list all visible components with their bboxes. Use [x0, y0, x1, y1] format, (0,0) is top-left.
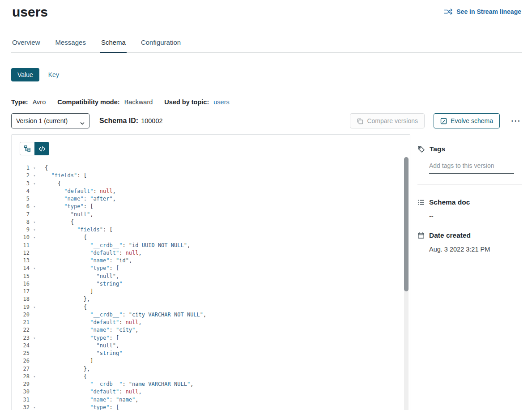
schema-doc-section: Schema doc --	[417, 198, 522, 220]
tree-view-button[interactable]	[20, 142, 34, 155]
date-created-section: Date created Aug. 3 2022 3:21 PM	[417, 231, 522, 253]
tab-messages[interactable]: Messages	[55, 38, 87, 52]
collapse-arrow-icon[interactable]: ▾	[30, 234, 37, 241]
code-view-button[interactable]	[34, 142, 49, 155]
scrollbar-thumb[interactable]	[404, 157, 409, 291]
code-line: 9▾ "fields": [	[12, 226, 410, 234]
tags-section: Tags	[417, 145, 522, 174]
tab-configuration[interactable]: Configuration	[140, 38, 182, 52]
sidebar-divider	[417, 184, 522, 185]
tree-view-icon	[24, 145, 31, 152]
key-toggle-button[interactable]: Key	[44, 68, 64, 81]
code-text: "type": [	[37, 334, 119, 342]
code-text: "string"	[37, 350, 122, 357]
code-text: "default": null,	[37, 188, 116, 195]
code-text: {	[37, 373, 87, 380]
code-text: "__crdb__": "city VARCHAR NOT NULL",	[37, 311, 206, 319]
collapse-arrow-icon[interactable]: ▾	[30, 303, 37, 311]
collapse-arrow-icon[interactable]: ▾	[30, 334, 37, 342]
collapse-arrow-icon[interactable]: ▾	[30, 203, 37, 210]
code-line: 23▾ "type": [	[12, 334, 410, 342]
date-created-header: Date created	[417, 231, 522, 239]
line-number: 18	[12, 295, 30, 303]
code-text: },	[37, 365, 90, 373]
code-line: 12 "default": null,	[12, 249, 410, 257]
tab-overview[interactable]: Overview	[11, 38, 41, 52]
schema-doc-icon	[417, 199, 425, 205]
code-text: "default": null,	[37, 319, 142, 326]
code-line: 26 ]	[12, 357, 410, 365]
code-text: "type": [	[37, 203, 93, 210]
page-title: users	[12, 4, 48, 20]
used-by-topic-link[interactable]: users	[213, 98, 229, 106]
collapse-arrow-icon[interactable]: ▾	[30, 218, 37, 226]
stream-lineage-link[interactable]: See in Stream lineage	[444, 8, 521, 15]
code-text: "name": "city",	[37, 326, 139, 334]
compatibility-label: Compatibility mode:	[57, 98, 119, 106]
line-number: 24	[12, 342, 30, 350]
line-number: 14	[12, 265, 30, 272]
schema-id-label: Schema ID:	[99, 117, 138, 125]
code-line: 4 "default": null,	[12, 188, 410, 195]
page: users See in Stream lineage Overview Mes…	[0, 0, 532, 410]
code-text: ]	[37, 357, 93, 365]
line-number: 16	[12, 280, 30, 288]
line-number: 9	[12, 226, 30, 234]
date-created-title: Date created	[429, 231, 471, 239]
code-line: 8▾ {	[12, 218, 410, 226]
code-text: {	[37, 218, 74, 226]
code-line: 2▾ "fields": [	[12, 172, 410, 179]
line-number: 8	[12, 218, 30, 226]
compare-versions-button[interactable]: Compare versions	[350, 113, 425, 128]
code-text: ]	[37, 288, 93, 295]
code-text: "null",	[37, 211, 93, 218]
code-line: 7 "null",	[12, 211, 410, 218]
tags-input[interactable]	[429, 162, 514, 174]
value-toggle-button[interactable]: Value	[11, 68, 39, 81]
stream-lineage-icon	[444, 9, 453, 15]
schema-meta: Type: Avro Compatibility mode: Backward …	[11, 98, 532, 106]
version-toolbar: Version 1 (current) Schema ID: 100002 Co…	[11, 113, 522, 128]
code-text: "type": [	[37, 265, 119, 272]
code-text: "default": null,	[37, 249, 142, 257]
version-select[interactable]: Version 1 (current)	[11, 113, 89, 128]
evolve-schema-button[interactable]: Evolve schema	[434, 113, 500, 128]
evolve-edit-icon	[440, 118, 447, 124]
tag-icon	[417, 145, 425, 153]
type-label: Type:	[11, 98, 28, 106]
schema-doc-title: Schema doc	[429, 198, 470, 206]
code-text: "name": "after",	[37, 195, 116, 203]
code-line: 13 "name": "id",	[12, 257, 410, 265]
code-editor[interactable]: 1▾{2▾ "fields": [3▾ {4 "default": null,5…	[12, 162, 410, 410]
line-number: 26	[12, 357, 30, 365]
schema-editor-panel: 1▾{2▾ "fields": [3▾ {4 "default": null,5…	[11, 134, 410, 410]
value-key-toggle: Value Key	[11, 68, 532, 81]
code-line: 11 "__crdb__": "id UUID NOT NULL",	[12, 242, 410, 249]
line-number: 3	[12, 180, 30, 188]
collapse-arrow-icon[interactable]: ▾	[30, 180, 37, 188]
code-text: "fields": [	[37, 172, 87, 179]
scrollbar-track[interactable]	[404, 157, 409, 410]
code-line: 18 },	[12, 295, 410, 303]
line-number: 17	[12, 288, 30, 295]
code-line: 5 "name": "after",	[12, 195, 410, 203]
code-line: 30 "default": null,	[12, 388, 410, 396]
collapse-arrow-icon[interactable]: ▾	[30, 172, 37, 179]
more-actions-button[interactable]: ⋯	[509, 116, 522, 126]
line-number: 19	[12, 303, 30, 311]
tab-schema[interactable]: Schema	[100, 38, 127, 52]
code-line: 1▾{	[12, 164, 410, 172]
code-line: 28▾ {	[12, 373, 410, 380]
collapse-arrow-icon[interactable]: ▾	[30, 164, 37, 172]
code-text: "default": null,	[37, 388, 142, 396]
code-text: "string"	[37, 280, 122, 288]
code-line: 32▾ "type": [	[12, 404, 410, 410]
evolve-schema-label: Evolve schema	[451, 117, 493, 124]
tags-header: Tags	[417, 145, 522, 153]
collapse-arrow-icon[interactable]: ▾	[30, 226, 37, 234]
tab-bar: Overview Messages Schema Configuration	[11, 38, 522, 53]
collapse-arrow-icon[interactable]: ▾	[30, 373, 37, 380]
collapse-arrow-icon[interactable]: ▾	[30, 404, 37, 410]
collapse-arrow-icon[interactable]: ▾	[30, 265, 37, 272]
line-number: 1	[12, 164, 30, 172]
